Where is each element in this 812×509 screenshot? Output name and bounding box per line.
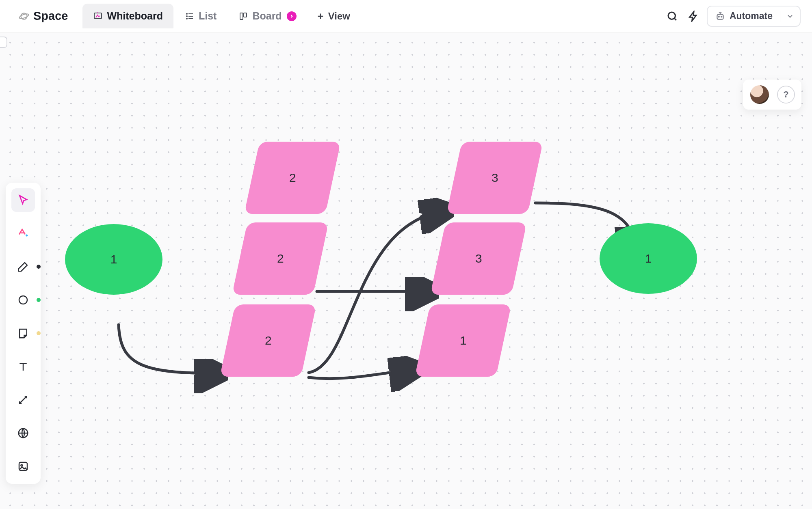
tab-board[interactable]: Board [228,4,307,28]
note-icon [17,327,29,339]
svg-point-16 [19,296,27,304]
planet-icon [19,11,29,22]
node-ellipse[interactable]: 1 [600,223,697,294]
node-card[interactable]: 2 [232,222,329,295]
add-view-label: View [328,11,350,22]
svg-rect-9 [240,13,243,19]
node-label: 1 [110,252,117,266]
space-breadcrumb[interactable]: Space [11,5,75,27]
search-button[interactable] [665,9,680,24]
node-label: 1 [645,252,652,265]
node-label: 3 [492,171,498,185]
node-label: 2 [265,334,272,347]
tool-pen[interactable] [11,255,35,278]
robot-icon [715,11,725,22]
tab-whiteboard[interactable]: Whiteboard [82,4,173,28]
shape-swatch [37,298,41,302]
collaborators-panel: ? [743,80,801,110]
plus-icon [316,12,325,21]
tool-text[interactable] [11,355,35,378]
tool-web[interactable] [11,421,35,445]
tool-select[interactable] [11,188,35,212]
search-icon [666,10,678,22]
tab-label: Whiteboard [107,10,163,22]
list-icon [185,11,195,21]
top-bar: Space Whiteboard List Board [0,0,812,32]
svg-point-3 [186,13,187,14]
tool-connector[interactable] [11,388,35,412]
automate-label: Automate [730,11,773,22]
avatar[interactable] [749,84,770,105]
automate-button[interactable]: Automate [707,6,801,27]
node-card[interactable]: 2 [244,142,341,214]
tab-label: Board [252,10,281,22]
space-label: Space [33,9,68,23]
tab-list[interactable]: List [174,4,227,28]
bolt-button[interactable] [686,9,701,24]
svg-point-19 [21,465,22,466]
arrow [309,369,414,379]
whiteboard-icon [93,11,103,21]
node-label: 1 [460,334,467,347]
svg-rect-10 [244,13,247,17]
tab-label: List [199,10,217,22]
tool-shape[interactable] [11,288,35,312]
arrow [119,325,219,373]
shape-toolbar [6,183,41,484]
help-button[interactable]: ? [777,86,795,104]
svg-point-14 [719,16,719,17]
sidebar-handle[interactable] [0,37,7,48]
svg-point-11 [668,12,676,19]
chevron-down-icon [786,12,794,20]
svg-point-1 [19,13,29,19]
tool-image[interactable] [11,455,35,478]
node-ellipse[interactable]: 1 [65,224,162,295]
node-card[interactable]: 1 [415,304,511,377]
tool-note[interactable] [11,321,35,345]
pen-icon [17,261,29,273]
topbar-right: Automate [665,6,801,27]
image-icon [17,460,29,472]
view-tabs: Whiteboard List Board View [82,4,358,28]
svg-point-15 [721,16,722,17]
node-label: 2 [277,252,284,265]
node-label: 2 [289,171,296,185]
cursor-icon [17,194,29,206]
pen-swatch [37,265,41,269]
board-badge-icon [287,11,297,21]
whiteboard-canvas[interactable]: ? [0,32,812,509]
board-icon [238,11,248,21]
node-card[interactable]: 3 [430,222,527,295]
shape-icon [17,294,29,306]
diagram-layer: 1 2 2 2 3 3 1 1 [0,32,812,509]
text-icon [17,360,29,373]
help-label: ? [783,89,788,100]
svg-point-5 [186,16,187,17]
ai-icon [17,227,29,239]
svg-line-12 [674,18,676,20]
add-view-button[interactable]: View [308,4,358,28]
bolt-icon [688,11,699,22]
divider [780,11,780,22]
globe-icon [17,427,29,439]
connector-icon [17,394,29,406]
node-card[interactable]: 3 [446,142,543,214]
node-card[interactable]: 2 [220,304,316,377]
tool-ai[interactable] [11,222,35,245]
node-label: 3 [475,252,482,265]
note-swatch [37,331,41,335]
svg-point-7 [186,18,187,19]
